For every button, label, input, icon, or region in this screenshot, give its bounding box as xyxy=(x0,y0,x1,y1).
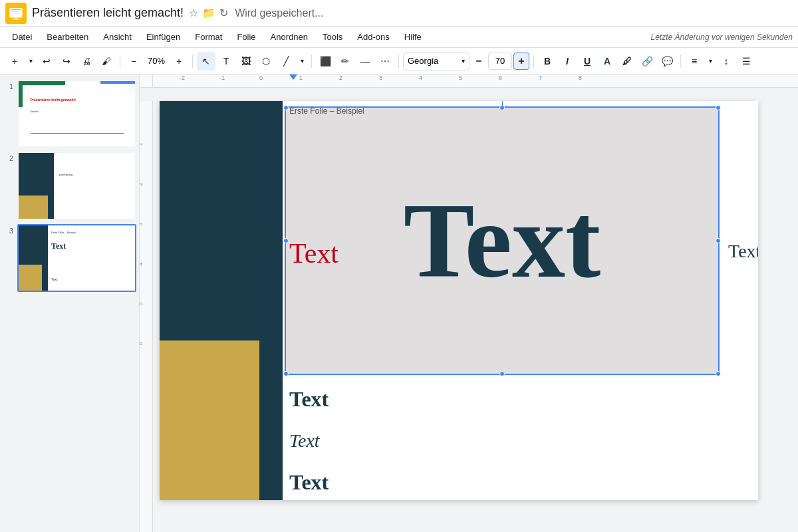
slide-thumb-2[interactable]: ppwegewig xyxy=(17,152,136,219)
font-size-decrease-button[interactable]: − xyxy=(471,53,487,70)
align-button[interactable]: ≡ xyxy=(685,52,704,70)
select-tool-button[interactable]: ↖ xyxy=(197,52,215,70)
folder-icon[interactable]: 📁 xyxy=(202,7,215,19)
text-normal[interactable]: Text xyxy=(289,387,329,412)
right-text[interactable]: Text xyxy=(728,241,758,262)
canvas-scroll[interactable]: -2 -1 0 1 2 3 4 5 6 7 8 1 2 3 4 xyxy=(140,74,798,532)
highlight-button[interactable]: 🖊 xyxy=(618,52,636,70)
font-size-input[interactable] xyxy=(488,53,512,70)
big-text-box[interactable]: Text xyxy=(286,108,718,374)
title-actions: ☆ 📁 ↻ Wird gespeichert... xyxy=(189,7,323,19)
list-button[interactable]: ☰ xyxy=(737,52,755,70)
thumb3-title: Erste Folie – Beispiel xyxy=(51,231,76,234)
thumb1-title: Präsentieren leicht gemacht! xyxy=(31,98,76,102)
line-dropdown-button[interactable]: ▾ xyxy=(297,52,307,70)
slide-subtitle: Erste Folie – Beispiel xyxy=(289,106,364,116)
menu-addons[interactable]: Add-ons xyxy=(350,29,396,45)
ruler-marker xyxy=(289,74,297,80)
ruler-tick: 3 xyxy=(379,74,382,81)
text-italic[interactable]: Text xyxy=(289,430,320,452)
ruler-tick: 6 xyxy=(499,74,502,81)
text-bottom[interactable]: Text xyxy=(289,470,329,495)
toolbar-sep-1 xyxy=(120,55,120,68)
ruler-tick: 8 xyxy=(579,74,582,81)
line-tool-button[interactable]: ╱ xyxy=(277,52,295,70)
toolbar: + ▾ ↩ ↪ 🖨 🖌 − 70% + ↖ T 🖼 ⬡ ╱ ▾ ⬛ ✏ — ⋯ … xyxy=(0,48,798,74)
font-color-button[interactable]: A xyxy=(598,52,616,70)
slide-item-3[interactable]: 3 Erste Folie – Beispiel Text Text xyxy=(3,224,136,292)
toolbar-sep-4 xyxy=(398,55,399,68)
zoom-out-button[interactable]: − xyxy=(124,52,143,70)
menu-anordnen[interactable]: Anordnen xyxy=(264,29,315,45)
slide-canvas-wrapper: Text Text Text Text xyxy=(160,101,758,532)
slide-thumb-3[interactable]: Erste Folie – Beispiel Text Text xyxy=(17,224,136,292)
font-selector[interactable]: Georgia ▾ xyxy=(403,52,469,70)
undo-button[interactable]: ↩ xyxy=(37,52,56,70)
ruler-v-tick: 4 xyxy=(140,262,144,265)
line-weight-button[interactable]: — xyxy=(356,52,374,70)
comment-button[interactable]: 💬 xyxy=(658,52,676,70)
line-spacing-button[interactable]: ↕ xyxy=(717,52,735,70)
textbox-tool-button[interactable]: T xyxy=(217,52,235,70)
save-status: Wird gespeichert... xyxy=(235,7,323,19)
text-bottom-label: Text xyxy=(289,470,329,494)
text-italic-label: Text xyxy=(289,430,320,451)
underline-button[interactable]: U xyxy=(578,52,597,70)
slide-canvas[interactable]: Text Text Text Text xyxy=(160,101,758,500)
save-icon: ↻ xyxy=(219,7,228,19)
thumb2-text: ppwegewig xyxy=(59,173,72,176)
cursive-text[interactable]: Text xyxy=(289,237,338,269)
redo-button[interactable]: ↪ xyxy=(57,52,76,70)
svg-rect-3 xyxy=(11,11,18,11)
bold-button[interactable]: B xyxy=(538,52,557,70)
menu-format[interactable]: Format xyxy=(188,29,229,45)
document-title[interactable]: Präsentieren leicht gemacht! xyxy=(32,6,184,20)
image-tool-button[interactable]: 🖼 xyxy=(237,52,255,70)
slide-item-1[interactable]: 1 Präsentieren leicht gemacht! Untertite… xyxy=(3,80,136,148)
ruler-tick: 5 xyxy=(459,74,462,81)
link-button[interactable]: 🔗 xyxy=(638,52,656,70)
add-slide-button[interactable]: + xyxy=(5,52,24,70)
toolbar-sep-2 xyxy=(192,55,193,68)
ruler-tick: 7 xyxy=(539,74,542,81)
slide-thumb-1[interactable]: Präsentieren leicht gemacht! Untertitel xyxy=(17,80,136,148)
print-button[interactable]: 🖨 xyxy=(77,52,96,70)
star-icon[interactable]: ☆ xyxy=(189,7,198,19)
big-text-label: Text xyxy=(404,180,600,303)
thumb3-big-text: Text xyxy=(51,241,66,251)
menu-hilfe[interactable]: Hilfe xyxy=(398,29,428,45)
italic-button[interactable]: I xyxy=(558,52,577,70)
align-dropdown-button[interactable]: ▾ xyxy=(705,52,716,70)
add-dropdown-button[interactable]: ▾ xyxy=(25,52,36,70)
line-color-button[interactable]: ✏ xyxy=(336,52,354,70)
menu-tools[interactable]: Tools xyxy=(316,29,349,45)
ruler-tick: 0 xyxy=(259,74,263,81)
font-size-area: − + xyxy=(471,53,529,70)
ruler-tick: 2 xyxy=(339,74,342,81)
ruler-v-tick: 2 xyxy=(140,182,144,186)
thumb3-small-text: Text xyxy=(51,277,57,281)
menu-einfuegen[interactable]: Einfügen xyxy=(140,29,187,45)
menu-datei[interactable]: Datei xyxy=(5,29,39,45)
vertical-ruler: 1 2 3 4 5 6 xyxy=(140,101,153,532)
menu-folie[interactable]: Folie xyxy=(230,29,262,45)
svg-rect-2 xyxy=(11,9,21,10)
fill-color-button[interactable]: ⬛ xyxy=(316,52,334,70)
selection-connector xyxy=(502,101,503,108)
ruler-v-tick: 3 xyxy=(140,222,144,225)
slide-number-3: 3 xyxy=(3,224,13,235)
paint-format-button[interactable]: 🖌 xyxy=(97,52,116,70)
shapes-tool-button[interactable]: ⬡ xyxy=(257,52,275,70)
top-bar: Präsentieren leicht gemacht! ☆ 📁 ↻ Wird … xyxy=(0,0,798,27)
toolbar-sep-3 xyxy=(311,55,312,68)
last-change-label: Letzte Änderung vor wenigen Sekunden xyxy=(651,33,793,42)
slide-item-2[interactable]: 2 ppwegewig xyxy=(3,152,136,219)
slide-number-1: 1 xyxy=(3,80,13,90)
zoom-level[interactable]: 70% xyxy=(144,56,168,66)
font-size-increase-button[interactable]: + xyxy=(513,53,529,70)
toolbar-sep-6 xyxy=(680,55,681,68)
line-dash-button[interactable]: ⋯ xyxy=(376,52,394,70)
menu-ansicht[interactable]: Ansicht xyxy=(96,29,138,45)
menu-bearbeiten[interactable]: Bearbeiten xyxy=(40,29,95,45)
zoom-in-button[interactable]: + xyxy=(170,52,188,70)
